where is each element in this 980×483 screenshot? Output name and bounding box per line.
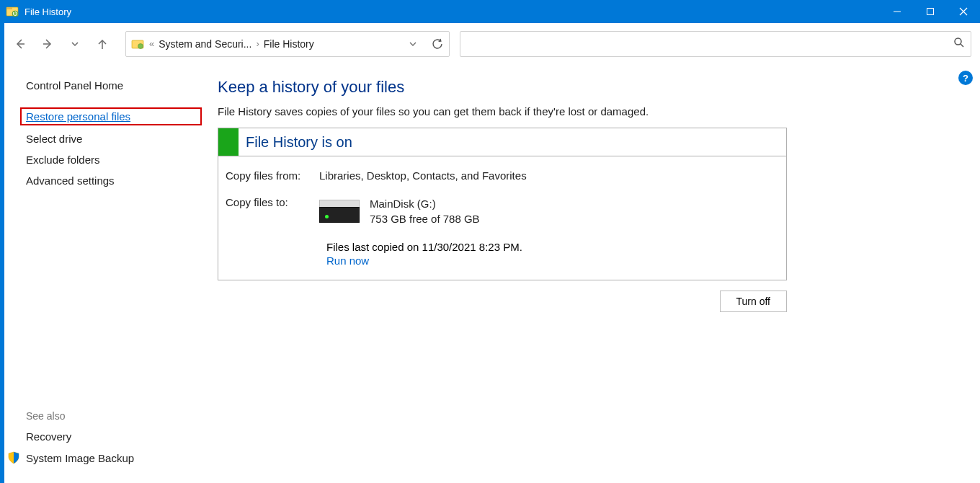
refresh-button[interactable] [430,37,445,51]
sidebar-link-select-drive[interactable]: Select drive [26,133,82,145]
disk-space: 753 GB free of 788 GB [370,211,480,226]
search-input[interactable] [466,38,953,50]
content-area: ? Keep a history of your files File Hist… [208,65,980,483]
search-bar[interactable] [460,31,971,57]
disk-drive-icon [319,200,360,223]
forward-button[interactable] [36,32,59,56]
control-panel-home-link[interactable]: Control Panel Home [26,79,123,92]
address-folder-icon [130,37,145,51]
see-also-system-image-backup[interactable]: System Image Backup [26,452,134,464]
window-title: File History [24,6,71,17]
last-copied-text: Files last copied on 11/30/2021 8:23 PM. [326,241,779,253]
close-button[interactable] [947,0,980,23]
sidebar-link-restore-personal-files[interactable]: Restore personal files [22,109,200,124]
address-bar[interactable]: « System and Securi... › File History [125,31,450,57]
sidebar-link-exclude-folders[interactable]: Exclude folders [26,154,100,166]
see-also-section: See also Recovery System Image Backup [26,410,134,473]
breadcrumb-prefix: « [149,38,154,49]
copy-to-label: Copy files to: [226,196,319,226]
titlebar: File History [0,0,980,23]
svg-point-12 [955,38,961,45]
breadcrumb-current[interactable]: File History [264,38,314,50]
search-icon[interactable] [953,37,965,51]
chevron-right-icon: › [256,38,259,49]
up-button[interactable] [91,32,114,56]
status-panel: File History is on Copy files from: Libr… [218,128,787,280]
disk-name: MainDisk (G:) [370,196,480,211]
status-title: File History is on [239,134,352,151]
copy-from-value: Libraries, Desktop, Contacts, and Favori… [319,169,779,182]
breadcrumb-parent[interactable]: System and Securi... [159,38,251,50]
status-header: File History is on [218,128,786,156]
svg-rect-4 [927,9,934,15]
svg-line-13 [961,44,963,47]
page-description: File History saves copies of your files … [218,105,958,118]
run-now-link[interactable]: Run now [326,254,369,267]
turn-off-button[interactable]: Turn off [720,291,787,312]
back-button[interactable] [9,32,32,56]
toolbar: « System and Securi... › File History [0,23,980,65]
address-dropdown-button[interactable] [406,37,420,51]
shield-icon [7,451,20,464]
maximize-button[interactable] [914,0,947,23]
page-heading: Keep a history of your files [218,78,958,97]
app-icon [6,5,19,18]
status-indicator-icon [218,128,239,156]
copy-from-label: Copy files from: [226,169,319,182]
recent-locations-button[interactable] [63,32,86,56]
see-also-heading: See also [26,410,134,422]
svg-rect-1 [6,7,12,9]
minimize-button[interactable] [881,0,914,23]
help-button[interactable]: ? [958,71,973,85]
sidebar: Control Panel Home Restore personal file… [0,65,208,483]
sidebar-link-advanced-settings[interactable]: Advanced settings [26,174,115,187]
see-also-recovery[interactable]: Recovery [26,430,71,443]
svg-point-11 [138,43,143,48]
